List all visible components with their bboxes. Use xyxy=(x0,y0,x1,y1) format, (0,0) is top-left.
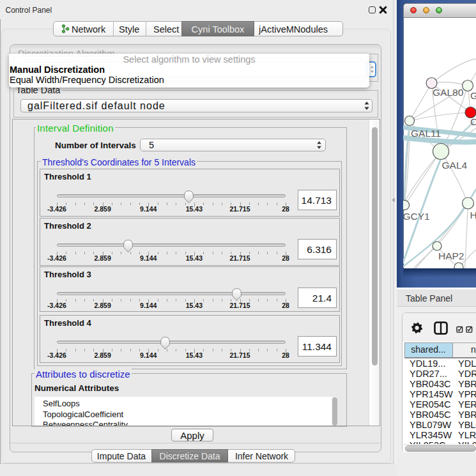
svg-text:GAL4: GAL4 xyxy=(442,160,468,171)
svg-text:GCY1: GCY1 xyxy=(403,211,430,222)
svg-text:HA: HA xyxy=(470,210,476,220)
svg-text:C: C xyxy=(470,116,476,127)
svg-text:HAP2: HAP2 xyxy=(438,250,464,261)
svg-text:GAL11: GAL11 xyxy=(411,128,441,139)
svg-text:GA: GA xyxy=(470,90,476,101)
svg-text:GAL80: GAL80 xyxy=(433,87,464,98)
